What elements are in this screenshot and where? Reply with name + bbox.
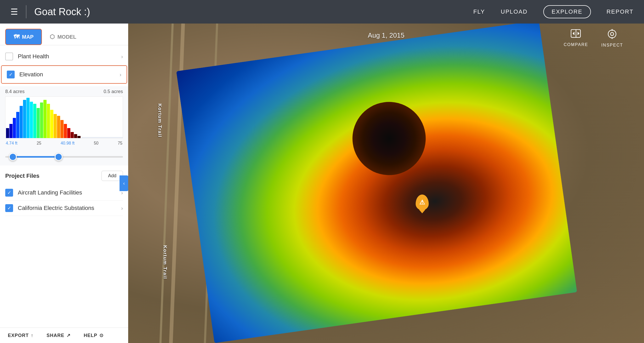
help-icon: ⊙	[99, 333, 104, 338]
electric-checkbox[interactable]: ✓	[5, 204, 13, 212]
svg-point-7	[608, 30, 616, 38]
project-title: Goat Rock :)	[34, 6, 473, 18]
file-aircraft[interactable]: ✓ Aircraft Landing Facilities ›	[5, 185, 123, 201]
elevation-chart-container: 8.4 acres 0.5 acres	[0, 86, 128, 151]
tab-map-label: MAP	[22, 34, 33, 40]
share-label: SHARE	[47, 333, 64, 338]
collapse-sidebar-button[interactable]: ‹	[120, 175, 128, 191]
help-link[interactable]: HELP ⊙	[84, 333, 104, 338]
layer-elevation[interactable]: ✓ Elevation ›	[1, 65, 127, 84]
project-files: Project Files Add ✓ Aircraft Landing Fac…	[0, 165, 128, 221]
inspect-tool[interactable]: INSPECT	[601, 29, 623, 48]
compare-tool[interactable]: COMPARE	[564, 29, 588, 47]
elevation-label: Elevation	[19, 71, 120, 78]
electric-label: California Electric Substations	[18, 205, 121, 211]
menu-icon[interactable]: ☰	[10, 7, 18, 17]
compare-label: COMPARE	[564, 42, 588, 47]
model-tab-icon: ⬡	[50, 33, 55, 40]
map-area[interactable]: Aug 1, 2015 COMPARE	[128, 24, 644, 343]
x-label-mid2: 40.98 ft	[61, 141, 75, 146]
marker-warning-icon: ⚠	[419, 199, 425, 206]
electric-check-icon: ✓	[7, 205, 11, 211]
chart-area	[5, 96, 123, 138]
export-icon: ↑	[31, 333, 33, 338]
share-link[interactable]: SHARE ↗	[47, 333, 71, 338]
sidebar: 🗺 MAP ⬡ MODEL Plant Health › ✓ Elevation	[0, 24, 128, 343]
elevation-overlay	[176, 24, 577, 343]
elevation-checkbox[interactable]: ✓	[7, 71, 15, 78]
road-label-bottom: Kortum Trail	[162, 245, 168, 279]
nav-report[interactable]: REPORT	[607, 8, 634, 15]
map-tab-icon: 🗺	[14, 33, 19, 40]
inspect-label: INSPECT	[601, 43, 623, 48]
export-label: EXPORT	[8, 333, 29, 338]
compare-icon	[571, 29, 581, 41]
chart-left-acres: 8.4 acres	[5, 89, 25, 94]
nav-explore[interactable]: EXPLORE	[543, 5, 591, 18]
chart-x-axis: 4.74 ft 25 40.98 ft 50 75	[5, 141, 123, 146]
help-label: HELP	[84, 333, 97, 338]
range-thumb-right[interactable]	[55, 153, 63, 161]
file-electric[interactable]: ✓ California Electric Substations ›	[5, 201, 123, 216]
plant-health-label: Plant Health	[18, 53, 121, 60]
elevation-heatmap	[176, 24, 577, 343]
topnav: ☰ Goat Rock :) FLY UPLOAD EXPLORE REPORT	[0, 0, 644, 24]
range-thumb-left[interactable]	[9, 153, 17, 161]
tab-model-label: MODEL	[57, 34, 76, 40]
layer-list: Plant Health › ✓ Elevation ›	[0, 45, 128, 86]
electric-chevron: ›	[121, 205, 123, 211]
project-files-title: Project Files	[5, 173, 39, 179]
map-tools: COMPARE INSPECT	[564, 29, 623, 48]
chart-right	[82, 137, 123, 138]
export-link[interactable]: EXPORT ↑	[8, 333, 33, 338]
sidebar-bottom: EXPORT ↑ SHARE ↗ HELP ⊙	[0, 328, 128, 343]
tab-model[interactable]: ⬡ MODEL	[42, 29, 84, 45]
view-tabs: 🗺 MAP ⬡ MODEL	[0, 24, 128, 45]
range-fill	[11, 156, 58, 158]
map-date: Aug 1, 2015	[368, 31, 404, 39]
elevation-chevron: ›	[120, 72, 121, 78]
nav-upload[interactable]: UPLOAD	[501, 8, 527, 15]
nav-links: FLY UPLOAD EXPLORE REPORT	[473, 5, 634, 18]
project-files-header: Project Files Add	[5, 171, 123, 181]
svg-point-8	[611, 32, 614, 36]
svg-marker-5	[573, 32, 574, 35]
chart-right-acres: 0.5 acres	[104, 89, 123, 94]
aircraft-check-icon: ✓	[7, 190, 11, 196]
road-label-left: Kortum Trail	[157, 104, 162, 138]
svg-marker-6	[578, 32, 579, 35]
share-icon: ↗	[66, 333, 71, 338]
plant-health-chevron: ›	[121, 54, 123, 60]
range-track[interactable]	[5, 156, 123, 158]
range-slider-container	[0, 151, 128, 165]
tab-map[interactable]: 🗺 MAP	[5, 29, 42, 45]
marker-pin: ⚠	[416, 195, 429, 210]
nav-fly[interactable]: FLY	[473, 8, 485, 15]
x-label-min: 4.74 ft	[6, 141, 17, 146]
aircraft-checkbox[interactable]: ✓	[5, 189, 13, 197]
chart-labels-top: 8.4 acres 0.5 acres	[5, 89, 123, 94]
nav-divider	[26, 5, 26, 18]
plant-health-checkbox[interactable]	[5, 53, 13, 60]
x-label-mid3: 50	[94, 141, 99, 146]
x-label-mid1: 25	[37, 141, 41, 146]
aircraft-label: Aircraft Landing Facilities	[18, 189, 121, 196]
inspect-icon	[607, 29, 617, 41]
layer-plant-health[interactable]: Plant Health ›	[0, 48, 128, 65]
map-marker[interactable]: ⚠	[416, 195, 429, 210]
x-label-max: 75	[118, 141, 122, 146]
check-icon: ✓	[9, 72, 13, 77]
main-area: 🗺 MAP ⬡ MODEL Plant Health › ✓ Elevation	[0, 24, 644, 343]
chart-left	[5, 97, 81, 138]
